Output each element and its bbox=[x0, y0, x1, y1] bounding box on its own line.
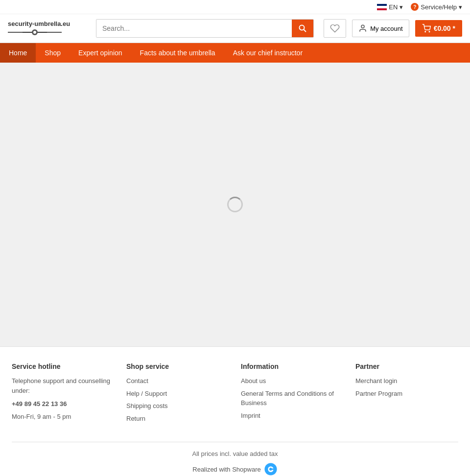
search-input[interactable] bbox=[96, 20, 292, 37]
search-bar[interactable] bbox=[96, 19, 314, 38]
nav-shop[interactable]: Shop bbox=[36, 43, 70, 63]
svg-line-6 bbox=[304, 30, 306, 32]
logo[interactable]: security-umbrella.eu bbox=[8, 20, 86, 37]
nav-facts[interactable]: Facts about the umbrella bbox=[131, 43, 224, 63]
logo-icon bbox=[8, 27, 62, 37]
nav-expert-opinion[interactable]: Expert opinion bbox=[70, 43, 131, 63]
cart-total: €0.00 * bbox=[434, 24, 455, 32]
information-heading: Information bbox=[241, 363, 344, 370]
footer-col-shop-service: Shop service Contact Help / Support Ship… bbox=[126, 363, 229, 426]
svg-point-5 bbox=[300, 25, 305, 30]
account-label: My account bbox=[370, 25, 402, 32]
service-hours: Mon-Fri, 9 am - 5 pm bbox=[12, 412, 115, 422]
nav-chief-instructor[interactable]: Ask our chief instructor bbox=[224, 43, 311, 63]
footer-return-link[interactable]: Return bbox=[126, 414, 229, 424]
footer-merchant-login-link[interactable]: Merchant login bbox=[355, 376, 458, 386]
top-bar: EN ▾ ? Service/Help ▾ bbox=[0, 0, 470, 14]
service-hotline-desc: Telephone support and counselling under: bbox=[12, 376, 115, 395]
account-button[interactable]: My account bbox=[352, 20, 409, 37]
header-actions: My account €0.00 * bbox=[324, 19, 462, 38]
service-phone: +49 89 45 22 13 36 bbox=[12, 399, 115, 409]
footer-columns: Service hotline Telephone support and co… bbox=[12, 363, 458, 426]
footer-terms-link[interactable]: General Terms and Conditions of Business bbox=[241, 389, 344, 408]
footer-shipping-link[interactable]: Shipping costs bbox=[126, 401, 229, 411]
wishlist-button[interactable] bbox=[324, 19, 346, 38]
svg-point-7 bbox=[361, 25, 364, 28]
shopware-credit: Realized with Shopware bbox=[12, 462, 458, 476]
footer-tax-notice: All prices incl. value added tax bbox=[12, 450, 458, 457]
partner-heading: Partner bbox=[355, 363, 458, 370]
main-nav: Home Shop Expert opinion Facts about the… bbox=[0, 43, 470, 63]
main-content bbox=[0, 63, 470, 346]
svg-point-2 bbox=[33, 31, 36, 34]
service-icon: ? bbox=[411, 3, 419, 11]
footer-about-link[interactable]: About us bbox=[241, 376, 344, 386]
service-hotline-heading: Service hotline bbox=[12, 363, 115, 370]
header: security-umbrella.eu bbox=[0, 14, 470, 43]
shop-service-heading: Shop service bbox=[126, 363, 229, 370]
shopware-icon bbox=[264, 462, 278, 476]
footer-partner-program-link[interactable]: Partner Program bbox=[355, 389, 458, 399]
lang-label: EN bbox=[389, 3, 398, 11]
footer-bottom: All prices incl. value added tax Realize… bbox=[12, 442, 458, 476]
footer-help-link[interactable]: Help / Support bbox=[126, 389, 229, 399]
service-chevron: ▾ bbox=[459, 3, 462, 11]
footer-col-information: Information About us General Terms and C… bbox=[241, 363, 344, 426]
footer-contact-link[interactable]: Contact bbox=[126, 376, 229, 386]
svg-point-8 bbox=[425, 31, 426, 32]
loading-spinner bbox=[227, 197, 243, 212]
footer-imprint-link[interactable]: Imprint bbox=[241, 411, 344, 421]
search-button[interactable] bbox=[292, 20, 313, 37]
service-help-button[interactable]: ? Service/Help ▾ bbox=[411, 3, 462, 11]
lang-chevron: ▾ bbox=[400, 3, 403, 11]
logo-text: security-umbrella.eu bbox=[8, 20, 70, 27]
language-selector[interactable]: EN ▾ bbox=[377, 3, 403, 11]
footer-col-partner: Partner Merchant login Partner Program bbox=[355, 363, 458, 426]
footer: Service hotline Telephone support and co… bbox=[0, 346, 470, 476]
flag-icon bbox=[377, 4, 387, 10]
footer-col-service-hotline: Service hotline Telephone support and co… bbox=[12, 363, 115, 426]
service-label: Service/Help bbox=[421, 3, 457, 11]
svg-point-9 bbox=[429, 31, 430, 32]
realized-text: Realized with Shopware bbox=[192, 466, 260, 473]
nav-home[interactable]: Home bbox=[0, 43, 36, 63]
cart-button[interactable]: €0.00 * bbox=[415, 20, 462, 37]
